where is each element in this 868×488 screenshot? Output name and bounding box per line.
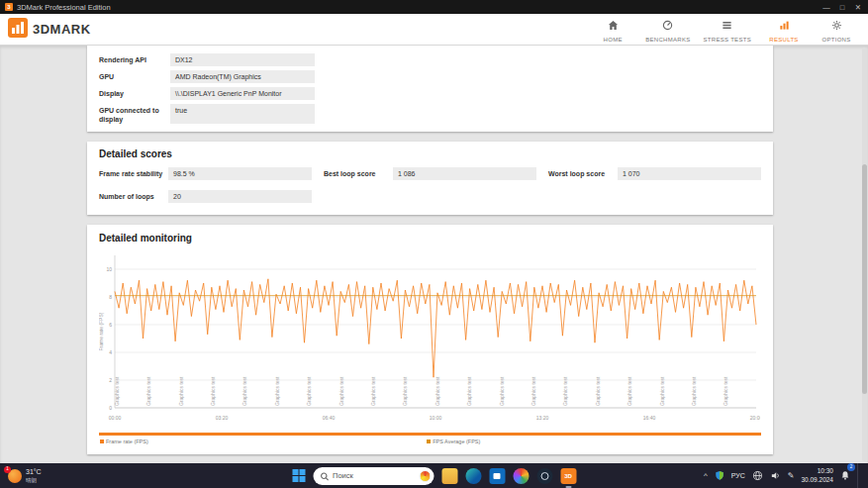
edge-browser-icon[interactable] [465, 468, 481, 484]
sysinfo-row-rendering-api: Rendering API DX12 [99, 53, 761, 66]
windows-logo-icon [292, 469, 298, 475]
row-label: GPU [99, 70, 170, 83]
weather-widget[interactable]: 1 31°C 晴朗 [8, 468, 42, 482]
svg-text:Graphics test: Graphics test [499, 376, 505, 406]
search-icon [320, 467, 329, 485]
window-controls: — □ ✕ [819, 0, 866, 14]
taskbar-search[interactable]: Поиск [313, 467, 434, 485]
system-tray: ^ РУС ✎ 10:30 30.09.2024 2 [704, 463, 868, 488]
language-indicator[interactable]: РУС [731, 472, 745, 479]
security-shield-icon[interactable] [715, 470, 724, 481]
field-label: Worst loop score [548, 167, 618, 180]
steam-icon[interactable] [536, 468, 552, 484]
legend-frame-rate: Frame rate (FPS) [100, 439, 148, 444]
gauge-icon [662, 17, 673, 35]
brand-logo: 3DMARK [8, 18, 91, 42]
nav-results[interactable]: RESULTS [764, 17, 804, 43]
minimize-icon[interactable]: — [819, 0, 834, 14]
svg-text:Graphics test: Graphics test [145, 376, 151, 406]
svg-text:4: 4 [109, 349, 112, 355]
svg-text:Graphics test: Graphics test [402, 376, 408, 406]
tray-date: 30.09.2024 [801, 476, 833, 485]
svg-text:Graphics test: Graphics test [562, 376, 568, 406]
svg-text:0: 0 [109, 405, 112, 411]
field-best-loop-score: Best loop score 1 086 [324, 167, 536, 180]
field-value: 20 [168, 190, 312, 203]
app-window: 3 3DMark Professional Edition — □ ✕ 3DMA… [0, 0, 868, 488]
field-label: Number of loops [99, 190, 168, 203]
field-number-of-loops: Number of loops 20 [99, 190, 312, 203]
nav-stress-tests[interactable]: STRESS TESTS [703, 17, 751, 43]
svg-text:16:40: 16:40 [643, 415, 656, 421]
svg-text:6: 6 [109, 322, 112, 328]
row-value: \\.\DISPLAY1 Generic PnP Monitor [170, 87, 315, 100]
nav-home-label: HOME [604, 37, 623, 43]
svg-text:Graphics test: Graphics test [723, 376, 728, 406]
field-value: 1 086 [393, 167, 536, 180]
title-bar: 3 3DMark Professional Edition — □ ✕ [0, 0, 868, 14]
detailed-scores-card: Detailed scores Frame rate stability 98.… [87, 142, 773, 215]
file-explorer-icon[interactable] [441, 468, 457, 484]
svg-text:Frame rate (FPS): Frame rate (FPS) [99, 312, 104, 350]
nav-stress-tests-label: STRESS TESTS [703, 37, 751, 43]
system-info-card: Rendering API DX12 GPU AMD Radeon(TM) Gr… [87, 46, 773, 132]
svg-text:Graphics test: Graphics test [530, 376, 536, 406]
svg-text:Graphics test: Graphics test [370, 376, 376, 406]
content-scrollbar[interactable] [862, 48, 867, 461]
active-app-indicator [565, 486, 571, 488]
svg-text:2: 2 [109, 377, 112, 383]
legend-frame-rate-label: Frame rate (FPS) [106, 439, 148, 444]
chart-legend: Frame rate (FPS) FPS Average (FPS) [99, 439, 761, 448]
3dmark-app-icon[interactable]: 3D [560, 468, 576, 484]
svg-text:10:00: 10:00 [430, 415, 442, 421]
taskbar: 1 31°C 晴朗 Поиск 3D [0, 463, 868, 488]
window-title: 3DMark Professional Edition [17, 3, 111, 12]
microsoft-store-icon[interactable] [489, 468, 505, 484]
weather-badge: 1 [4, 466, 11, 473]
svg-text:13:20: 13:20 [536, 415, 549, 421]
close-icon[interactable]: ✕ [850, 0, 866, 14]
field-label: Best loop score [324, 167, 393, 180]
nav-benchmarks-label: BENCHMARKS [645, 37, 690, 43]
nav-options-label: OPTIONS [821, 37, 850, 43]
nav-benchmarks[interactable]: BENCHMARKS [645, 17, 690, 43]
svg-text:Graphics test: Graphics test [691, 376, 697, 406]
test-region-bar [99, 433, 761, 436]
svg-text:Graphics test: Graphics test [627, 376, 632, 406]
tray-chevron-up-icon[interactable]: ^ [704, 472, 708, 480]
volume-icon[interactable] [770, 470, 781, 481]
field-worst-loop-score: Worst loop score 1 070 [548, 167, 761, 180]
frame-rate-chart: 024681000:0003:2006:4010:0013:2016:4020:… [99, 249, 761, 430]
row-label: Rendering API [99, 53, 170, 66]
app-icon: 3 [5, 3, 13, 11]
detailed-scores-grid: Frame rate stability 98.5 % Best loop sc… [99, 167, 761, 203]
maximize-icon[interactable]: □ [834, 0, 850, 14]
legend-swatch-frame-rate [100, 439, 104, 443]
row-value: true [170, 104, 315, 124]
scrollbar-thumb[interactable] [862, 164, 867, 394]
svg-text:Graphics test: Graphics test [241, 376, 247, 406]
bar-chart-icon [779, 17, 790, 35]
notification-badge: 2 [847, 463, 855, 471]
app-header: 3DMARK HOME BENCHMARKS STRESS TESTS RESU… [0, 14, 868, 46]
widgets-area[interactable]: 1 31°C 晴朗 [0, 463, 49, 488]
home-icon [608, 17, 619, 35]
weather-text: 31°C 晴朗 [26, 468, 42, 482]
svg-text:Graphics test: Graphics test [659, 376, 665, 406]
weather-icon: 1 [8, 469, 22, 483]
nav-options[interactable]: OPTIONS [817, 17, 856, 43]
start-button[interactable] [292, 469, 305, 482]
row-label: Display [99, 87, 170, 100]
stress-tests-icon [722, 17, 732, 35]
photos-app-icon[interactable] [513, 468, 529, 484]
network-icon[interactable] [752, 470, 763, 481]
pen-icon[interactable]: ✎ [788, 471, 795, 480]
search-highlight-icon [419, 470, 431, 482]
clock[interactable]: 10:30 30.09.2024 [801, 467, 833, 485]
row-value: DX12 [170, 53, 315, 66]
svg-text:Graphics test: Graphics test [595, 376, 601, 406]
nav-home[interactable]: HOME [593, 17, 632, 43]
show-desktop-button[interactable] [857, 463, 860, 488]
notification-bell-icon[interactable]: 2 [840, 467, 850, 485]
svg-text:Graphics test: Graphics test [210, 376, 216, 406]
